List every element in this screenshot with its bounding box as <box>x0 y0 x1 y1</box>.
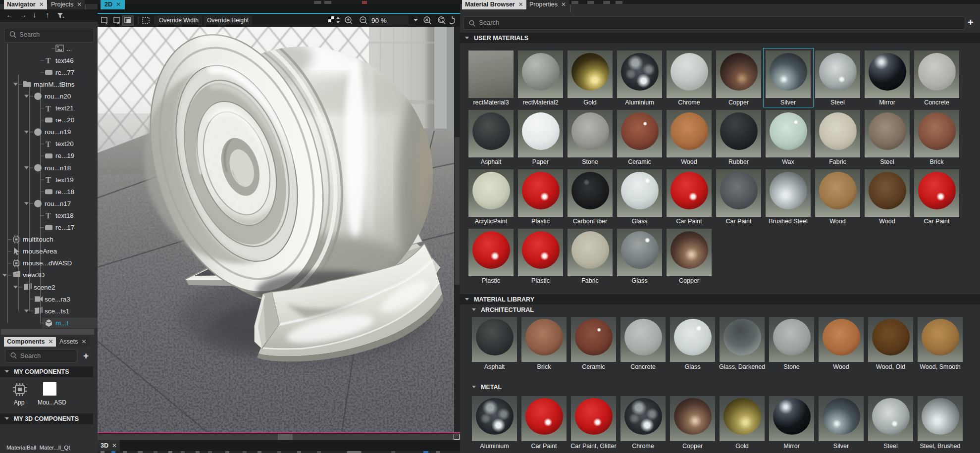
svg-text:✕: ✕ <box>105 22 108 25</box>
svg-text:mouse...dWASD: mouse...dWASD <box>23 259 72 267</box>
svg-text:scene2: scene2 <box>34 284 55 291</box>
svg-text:T: T <box>46 140 51 149</box>
svg-text:rou...n18: rou...n18 <box>45 164 71 172</box>
svg-text:T: T <box>46 176 51 184</box>
svg-text:re...18: re...18 <box>55 188 74 196</box>
svg-text:Override Height: Override Height <box>207 17 249 24</box>
svg-text:rou...n17: rou...n17 <box>45 200 71 207</box>
svg-text:90 %: 90 % <box>371 17 387 24</box>
svg-text:sce...ts1: sce...ts1 <box>45 307 69 315</box>
svg-text:m...t: m...t <box>55 319 68 327</box>
svg-text:T: T <box>46 104 51 113</box>
svg-text:re...17: re...17 <box>55 224 74 231</box>
svg-text:view3D: view3D <box>23 271 45 279</box>
svg-text:mainM...tBtns: mainM...tBtns <box>34 81 75 88</box>
svg-text:re...77: re...77 <box>55 69 74 76</box>
svg-text:...: ... <box>66 45 72 52</box>
svg-text:mouseArea: mouseArea <box>23 248 57 255</box>
svg-text:sce...ra3: sce...ra3 <box>45 296 70 303</box>
svg-text:re...20: re...20 <box>55 116 74 124</box>
svg-text:text19: text19 <box>55 176 74 184</box>
svg-text:T: T <box>46 211 51 220</box>
svg-text:rou...n20: rou...n20 <box>45 93 71 100</box>
svg-text:text21: text21 <box>55 104 74 112</box>
svg-text:text46: text46 <box>55 57 74 64</box>
svg-text:A: A <box>117 21 120 25</box>
svg-text:Override Width: Override Width <box>159 17 199 24</box>
svg-text:multitouch: multitouch <box>23 236 53 243</box>
svg-text:text18: text18 <box>55 212 74 219</box>
svg-text:re...19: re...19 <box>55 152 74 159</box>
svg-text:T: T <box>46 56 51 65</box>
svg-text:rou...n19: rou...n19 <box>45 128 71 136</box>
svg-text:text20: text20 <box>55 140 74 148</box>
